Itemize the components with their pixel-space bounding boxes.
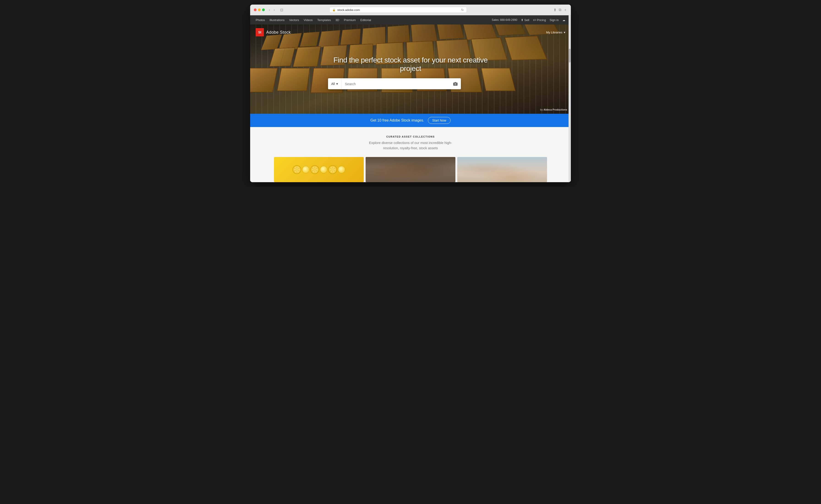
minimize-button[interactable]	[258, 8, 261, 11]
refresh-button[interactable]: ↻	[461, 8, 464, 12]
browser-window: ‹ › ⊡ 🔒 stock.adobe.com ↻ ⬆ ⧉ ＋ Photos I…	[250, 5, 571, 182]
nav-item-illustrations[interactable]: Illustrations	[270, 18, 285, 22]
svg-point-0	[455, 84, 456, 85]
browser-titlebar: ‹ › ⊡ 🔒 stock.adobe.com ↻ ⬆ ⧉ ＋	[250, 5, 571, 15]
curated-description: Explore diverse collections of our most …	[365, 140, 456, 151]
signin-link[interactable]: Sign in	[549, 18, 559, 22]
sales-phone: Sales: 888-649-2990	[492, 18, 517, 22]
hero-section: St Adobe Stock My Libraries ▾ Find the p…	[250, 24, 571, 114]
browser-toolbar-right: ⬆ ⧉ ＋	[553, 8, 567, 12]
search-input[interactable]	[341, 82, 450, 86]
new-tab-button[interactable]: ⧉	[559, 8, 561, 12]
cloud-sync-icon: ☁	[562, 18, 565, 22]
attribution-prefix: by	[540, 108, 543, 111]
nav-item-editorial[interactable]: Editorial	[360, 18, 371, 22]
search-category-dropdown[interactable]: All ▾	[328, 78, 341, 89]
start-now-button[interactable]: Start Now	[428, 117, 451, 124]
hero-title: Find the perfect stock asset for your ne…	[328, 56, 493, 73]
my-libraries-label: My Libraries	[546, 31, 562, 34]
image-card-family[interactable]	[457, 157, 547, 182]
nav-item-videos[interactable]: Videos	[304, 18, 313, 22]
my-libraries-button[interactable]: My Libraries ▾	[546, 31, 565, 34]
attribution-name: Aldeca Productions	[543, 108, 567, 111]
pricing-link[interactable]: 🏷 Pricing	[533, 18, 546, 22]
category-chevron-icon: ▾	[336, 82, 338, 86]
cloud-icon[interactable]: ☁	[562, 18, 565, 22]
visual-search-button[interactable]	[450, 78, 461, 89]
scrollbar-thumb[interactable]	[569, 49, 570, 62]
page-content: Photos Illustrations Vectors Videos Temp…	[250, 15, 571, 182]
curated-label: CURATED ASSET COLLECTIONS	[256, 135, 565, 138]
nav-item-vectors[interactable]: Vectors	[289, 18, 299, 22]
adobe-stock-badge: St	[256, 28, 264, 36]
image-card-lemons[interactable]	[274, 157, 364, 182]
curated-section: CURATED ASSET COLLECTIONS Explore divers…	[250, 127, 571, 182]
sell-link[interactable]: ⬆ Sell	[521, 18, 529, 22]
brand-logo[interactable]: St Adobe Stock	[256, 28, 291, 36]
brand-name: Adobe Stock	[266, 30, 291, 35]
hero-content: Find the perfect stock asset for your ne…	[328, 56, 493, 89]
traffic-lights	[254, 8, 265, 11]
tag-icon: 🏷	[533, 18, 536, 22]
close-button[interactable]	[254, 8, 257, 11]
reader-view-button[interactable]: ⊡	[279, 7, 285, 13]
back-button[interactable]: ‹	[268, 8, 272, 12]
nav-item-templates[interactable]: Templates	[317, 18, 331, 22]
top-navigation: Photos Illustrations Vectors Videos Temp…	[250, 15, 571, 24]
nav-item-photos[interactable]: Photos	[256, 18, 265, 22]
promo-bar: Get 10 free Adobe Stock images. Start No…	[250, 114, 571, 127]
sell-label: Sell	[524, 18, 529, 22]
upload-icon: ⬆	[521, 18, 523, 22]
add-tab-button[interactable]: ＋	[563, 8, 567, 12]
ssl-lock-icon: 🔒	[332, 8, 336, 11]
st-initials: St	[258, 30, 261, 34]
image-card-hands[interactable]	[366, 157, 455, 182]
nav-item-3d[interactable]: 3D	[335, 18, 339, 22]
scrollbar[interactable]	[568, 15, 571, 182]
brand-bar: St Adobe Stock My Libraries ▾	[250, 24, 571, 40]
camera-icon	[453, 82, 458, 86]
promo-text: Get 10 free Adobe Stock images.	[370, 118, 424, 122]
forward-button[interactable]: ›	[272, 8, 276, 12]
url-text: stock.adobe.com	[337, 8, 360, 12]
search-category-label: All	[331, 82, 335, 86]
search-bar: All ▾	[328, 78, 461, 89]
address-bar[interactable]: 🔒 stock.adobe.com ↻	[329, 7, 467, 13]
maximize-button[interactable]	[262, 8, 265, 11]
share-button[interactable]: ⬆	[553, 8, 556, 12]
pricing-label: Pricing	[537, 18, 546, 22]
hero-attribution: by Aldeca Productions	[540, 108, 567, 111]
nav-item-premium[interactable]: Premium	[344, 18, 356, 22]
nav-right: Sales: 888-649-2990 ⬆ Sell 🏷 Pricing Sig…	[492, 18, 565, 22]
image-grid	[256, 157, 565, 182]
browser-nav-buttons: ‹ ›	[268, 8, 276, 12]
chevron-down-icon: ▾	[564, 31, 565, 34]
